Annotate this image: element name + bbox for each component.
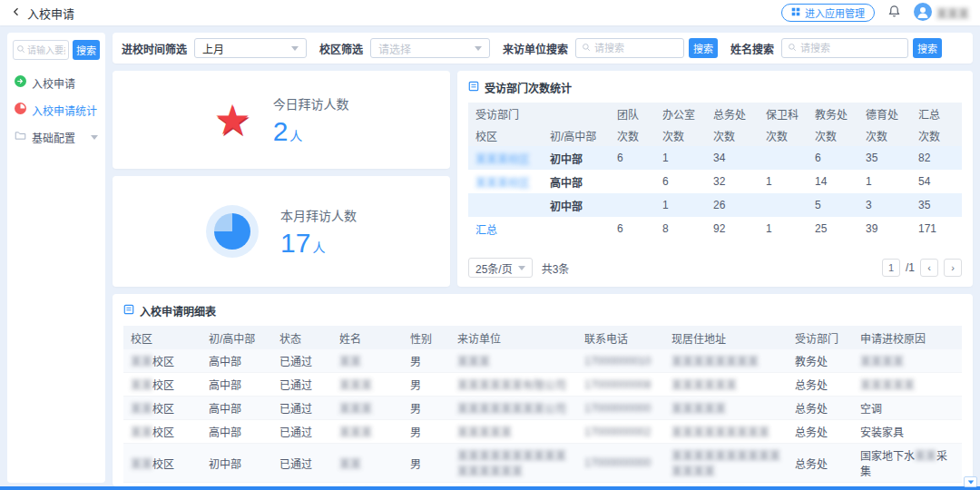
table-cell[interactable]: 某某某校区 [468,146,543,170]
table-cell: 某某某 [332,397,403,420]
table-cell: 某某某某某某某某 [664,349,788,373]
table-cell: 某某校区 [123,444,201,483]
name-search-input[interactable] [800,43,902,54]
table-cell: 次数 [610,124,655,146]
back-button[interactable] [11,6,22,20]
table-cell: 1 [655,146,706,170]
chevron-down-icon [475,46,482,51]
table-cell: 初/高中部 [201,326,272,349]
table-cell: 总务处 [788,444,853,483]
table-cell: 已通过 [272,349,332,373]
chevron-down-icon [291,46,299,51]
sidebar-item-entry-stats[interactable]: 入校申请统计 [13,96,100,123]
table-cell: 国家地下水某某采集 [853,444,962,483]
table-cell: 初中部 [201,444,272,483]
unit-search-field[interactable] [575,38,684,58]
avatar [914,3,932,24]
table-cell: 某某校区 [123,349,201,373]
pie-icon [206,205,259,258]
time-filter-select[interactable]: 上月 [194,38,307,58]
app-manage-button[interactable]: 进入应用管理 [781,4,875,22]
grid-icon [791,7,800,18]
table-cell: 汇总 [911,103,962,124]
table-cell: 17000000010 [577,349,664,373]
sidebar-item-basic-config[interactable]: 基础配置 [13,123,100,151]
table-cell: 某某某 [450,349,577,373]
table-cell: 171 [911,217,962,240]
sidebar-search-button[interactable]: 搜索 [73,40,100,60]
table-cell: 已通过 [272,373,332,397]
unit-search-button[interactable]: 搜索 [689,38,718,58]
table-row: 某某某校区初中部613463582 [468,146,962,170]
scroll-down-arrow[interactable] [964,476,977,487]
current-page-input[interactable]: 1 [882,259,900,277]
table-row: 某某校区高中部已通过某某某男某某某某某某某某公司17000000000某某某某某… [123,397,962,420]
search-icon [788,42,797,54]
table-cell: 男 [403,420,450,444]
table-cell: 初/高中部 [543,124,610,146]
table-cell[interactable]: 某某某校区 [468,170,543,193]
table-cell: 办公室 [655,103,706,124]
table-cell: 1 [759,217,808,240]
table-cell: 6 [655,170,706,193]
table-cell: 高中部 [201,373,272,397]
search-icon [16,44,25,56]
name-search-field[interactable] [781,38,908,58]
search-icon [582,42,591,54]
table-cell: 总务处 [788,373,853,397]
next-page-button[interactable]: › [944,259,962,277]
table-cell[interactable]: 汇总 [468,217,543,240]
table-cell: 已通过 [272,444,332,483]
table-cell: 空调 [853,397,962,420]
table-cell: 总务处 [788,397,853,420]
table-cell: 6 [808,146,858,170]
prev-page-button[interactable]: ‹ [920,259,938,277]
notification-bell-icon[interactable] [887,5,901,21]
table-cell: 安装家具 [853,420,962,444]
topbar: 入校申请 进入应用管理 某某某 [0,0,980,25]
table-cell: 某某 [332,349,403,373]
user-menu[interactable]: 某某某 [914,3,969,24]
table-cell: 姓名 [332,326,403,349]
table-cell: 男 [403,373,450,397]
table-icon [123,304,134,318]
total-count-label: 共3条 [542,260,570,276]
table-cell: 14 [808,170,858,193]
table-cell: 校区 [468,124,543,146]
sidebar-search-input[interactable] [27,45,65,55]
table-cell: 受访部门 [468,103,610,124]
table-icon [468,81,479,94]
sidebar-item-entry-apply[interactable]: 入校申请 [13,69,100,96]
table-cell: 校区 [123,326,201,349]
month-visitors-label: 本月拜访人数 [280,206,357,224]
table-cell: 教务处 [788,349,853,373]
table-cell: 来访单位 [450,326,577,349]
name-search-label: 姓名搜索 [730,41,774,56]
table-cell [759,193,808,217]
table-row: 某某某校区高中部632114154 [468,170,962,193]
campus-filter-placeholder: 请选择 [378,41,411,56]
table-cell: 高中部 [543,170,610,193]
horizontal-scrollbar[interactable] [0,486,980,490]
page-title: 入校申请 [27,5,74,22]
page-size-select[interactable]: 25条/页 [468,258,533,278]
table-cell: 某某某某某某某某某 [664,420,788,444]
table-row: 某某校区高中部已通过某某男某某某17000000010某某某某某某某某教务处某某… [123,349,962,373]
dept-stats-title: 受访部门次数统计 [468,80,962,95]
name-search-button[interactable]: 搜索 [913,38,942,58]
campus-filter-select[interactable]: 请选择 [370,38,490,58]
table-cell: 总务处 [706,103,759,124]
campus-filter-label: 校区筛选 [319,41,363,56]
table-cell: 总务处 [788,420,853,444]
page-total-label: /1 [906,261,915,274]
sidebar-search-field[interactable] [13,40,69,60]
unit-search-input[interactable] [594,43,678,54]
table-cell: 次数 [808,124,858,146]
pie-chart-icon [15,103,26,117]
chevron-left-icon [11,6,22,20]
time-filter-value: 上月 [202,41,224,56]
detail-title-text: 入校申请明细表 [140,303,216,318]
pagination-bar: 25条/页 共3条 1 /1 ‹ › [468,252,962,278]
sidebar-menu: 入校申请 入校申请统计 基础配置 [13,69,100,151]
table-cell: 17000000000 [577,397,664,420]
